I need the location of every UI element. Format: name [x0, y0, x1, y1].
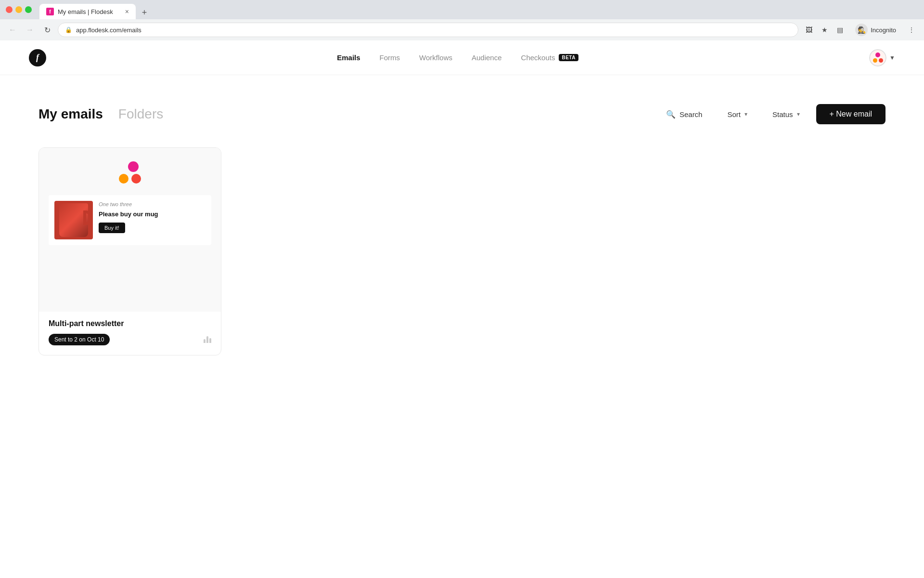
search-label: Search [680, 110, 703, 118]
preview-cta-button: Buy it! [99, 223, 125, 233]
reload-button[interactable]: ↻ [40, 23, 54, 37]
preview-logo-left-dot [119, 174, 128, 184]
back-button[interactable]: ← [6, 23, 19, 37]
browser-toolbar-actions: 🖼 ★ ▤ [802, 23, 847, 37]
folders-tab[interactable]: Folders [118, 106, 163, 122]
email-card-title: Multi-part newsletter [49, 319, 211, 328]
page-header: My emails Folders 🔍 Search Sort ▾ Status… [38, 104, 886, 124]
email-card-footer: Sent to 2 on Oct 10 [49, 334, 211, 345]
preview-handwriting: One two three [99, 201, 205, 208]
app: f Emails Forms Workflows Audience Checko… [0, 40, 924, 384]
logo-letter: f [36, 53, 39, 63]
main-content: My emails Folders 🔍 Search Sort ▾ Status… [0, 75, 924, 384]
mug-handle [83, 210, 92, 225]
address-bar[interactable]: 🔒 app.flodesk.com/emails [58, 23, 798, 37]
stats-icon[interactable] [204, 336, 211, 343]
user-dropdown-arrow[interactable]: ▼ [889, 54, 895, 61]
browser-tabs: f My emails | Flodesk × + [39, 0, 151, 19]
sort-label: Sort [727, 110, 741, 118]
email-card-info: Multi-part newsletter Sent to 2 on Oct 1… [39, 312, 221, 355]
minimize-dot[interactable] [15, 6, 22, 13]
status-arrow-icon: ▾ [797, 111, 800, 118]
browser-titlebar: f My emails | Flodesk × + [0, 0, 924, 19]
nav-forms[interactable]: Forms [380, 53, 400, 62]
sent-badge: Sent to 2 on Oct 10 [49, 334, 110, 345]
email-card[interactable]: One two three Please buy our mug Buy it!… [38, 147, 221, 355]
extension-button[interactable]: ▤ [833, 23, 847, 37]
preview-logo-right-dot [131, 174, 141, 184]
maximize-dot[interactable] [25, 6, 32, 13]
email-grid: One two three Please buy our mug Buy it!… [38, 147, 221, 355]
sort-arrow-icon: ▾ [744, 111, 747, 118]
stats-bar-3 [209, 338, 211, 343]
toolbar: 🔍 Search Sort ▾ Status ▾ + New email [657, 104, 886, 124]
bookmark-button[interactable]: ★ [818, 23, 831, 37]
logo-icon: f [29, 49, 46, 66]
new-tab-button[interactable]: + [138, 6, 151, 19]
cast-button[interactable]: 🖼 [802, 23, 816, 37]
browser-dots [6, 6, 32, 13]
stats-bar-1 [204, 339, 205, 343]
nav-checkouts[interactable]: Checkouts BETA [521, 53, 578, 62]
nav-checkouts-label: Checkouts [521, 53, 555, 62]
lock-icon: 🔒 [65, 26, 72, 33]
beta-badge: BETA [559, 54, 578, 61]
app-nav: Emails Forms Workflows Audience Checkout… [337, 53, 578, 62]
browser-toolbar: ← → ↻ 🔒 app.flodesk.com/emails 🖼 ★ ▤ 🕵 I… [0, 19, 924, 40]
status-label: Status [772, 110, 793, 118]
page-title: My emails [38, 106, 103, 122]
nav-workflows[interactable]: Workflows [419, 53, 452, 62]
close-dot[interactable] [6, 6, 13, 13]
forward-button[interactable]: → [23, 23, 37, 37]
incognito-label: Incognito [871, 26, 896, 34]
preview-text: One two three Please buy our mug Buy it! [99, 201, 205, 233]
avatar-dot-row [873, 58, 883, 63]
browser-frame: f My emails | Flodesk × + ← → ↻ 🔒 app.fl… [0, 0, 924, 40]
browser-menu-button[interactable]: ⋮ [905, 23, 918, 37]
preview-email-content: One two three Please buy our mug Buy it! [49, 195, 211, 245]
nav-audience[interactable]: Audience [472, 53, 502, 62]
preview-logo [119, 161, 141, 184]
user-avatar[interactable] [869, 49, 886, 66]
status-button[interactable]: Status ▾ [764, 105, 808, 123]
mug-image [54, 201, 93, 239]
avatar-dot-top [875, 53, 880, 57]
nav-emails[interactable]: Emails [337, 53, 360, 62]
address-text: app.flodesk.com/emails [76, 26, 141, 34]
page-title-section: My emails Folders [38, 106, 163, 122]
preview-headline: Please buy our mug [99, 210, 205, 218]
search-button[interactable]: 🔍 Search [657, 105, 711, 124]
user-section: ▼ [869, 49, 895, 66]
app-logo[interactable]: f [29, 49, 46, 66]
active-tab[interactable]: f My emails | Flodesk × [39, 4, 136, 19]
search-icon: 🔍 [666, 110, 676, 119]
sort-button[interactable]: Sort ▾ [719, 105, 756, 123]
new-email-button[interactable]: + New email [816, 104, 886, 124]
tab-favicon: f [46, 8, 54, 15]
stats-bar-2 [206, 336, 208, 343]
preview-logo-top-dot [128, 161, 139, 172]
incognito-avatar: 🕵 [855, 24, 868, 36]
preview-logo-bottom-dots [119, 174, 141, 184]
avatar-dot-left [873, 58, 877, 63]
avatar-dots [869, 49, 886, 66]
incognito-button[interactable]: 🕵 Incognito [850, 22, 901, 38]
tab-title: My emails | Flodesk [58, 8, 113, 15]
avatar-dot-right [879, 58, 883, 63]
app-header: f Emails Forms Workflows Audience Checko… [0, 40, 924, 75]
tab-close-button[interactable]: × [125, 8, 129, 15]
email-card-preview: One two three Please buy our mug Buy it! [39, 148, 221, 312]
